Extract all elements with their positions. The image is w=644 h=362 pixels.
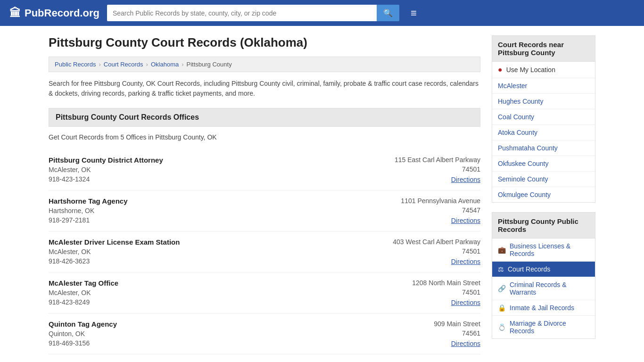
- office-street: 1101 Pennsylvania Avenue: [377, 197, 480, 205]
- nearby-county-item[interactable]: Coal County: [492, 109, 595, 125]
- public-records-title: Pittsburg County Public Records: [492, 212, 595, 239]
- office-card: McAlester Driver License Exam Station Mc…: [49, 231, 480, 272]
- office-info: McAlester Driver License Exam Station Mc…: [49, 238, 367, 265]
- office-info: McAlester Tag Office McAlester, OK 918-4…: [49, 279, 367, 306]
- office-city: Hartshorne, OK: [49, 207, 367, 214]
- office-card: Hartshorne Tag Agency Hartshorne, OK 918…: [49, 190, 480, 231]
- nearby-county-item[interactable]: Okfuskee County: [492, 156, 595, 172]
- records-list-item[interactable]: ⚖ Court Records: [492, 262, 595, 277]
- office-info: Pittsburg County District Attorney McAle…: [49, 156, 367, 183]
- nearby-county-link[interactable]: Pushmataha County: [498, 144, 558, 152]
- office-phone: 918-469-3156: [49, 339, 367, 347]
- page-content: Pittsburg County Court Records (Oklahoma…: [39, 26, 605, 362]
- nearby-county-item[interactable]: Okmulgee County: [492, 187, 595, 202]
- record-icon: 💍: [498, 323, 506, 331]
- nearby-county-item[interactable]: Seminole County: [492, 172, 595, 187]
- office-street: 909 Main Street: [377, 320, 480, 328]
- breadcrumb-sep-1: ›: [99, 61, 100, 68]
- office-directions[interactable]: Directions: [451, 258, 480, 265]
- menu-button[interactable]: ≡: [411, 7, 417, 19]
- office-name: Pittsburg County District Attorney: [49, 156, 367, 164]
- nearby-county-item[interactable]: Hughes County: [492, 94, 595, 109]
- page-description: Search for free Pittsburg County, OK Cou…: [49, 79, 480, 99]
- office-street: 1208 North Main Street: [377, 279, 480, 287]
- record-icon: 🔒: [498, 304, 506, 312]
- office-phone: 918-423-8249: [49, 298, 367, 306]
- breadcrumb-oklahoma[interactable]: Oklahoma: [151, 61, 179, 68]
- public-records-section: Pittsburg County Public Records 💼 Busine…: [492, 212, 595, 339]
- office-name: Hartshorne Tag Agency: [49, 197, 367, 205]
- use-location-item[interactable]: ● Use My Location: [492, 62, 595, 78]
- record-link[interactable]: Criminal Records & Warrants: [510, 281, 589, 296]
- record-icon: 💼: [498, 246, 506, 254]
- nearby-county-item[interactable]: Atoka County: [492, 125, 595, 140]
- nearby-title: Court Records near Pittsburg County: [492, 35, 595, 62]
- nearby-county-link[interactable]: Hughes County: [498, 98, 544, 105]
- site-logo[interactable]: 🏛 PubRecord.org: [9, 7, 99, 20]
- logo-icon: 🏛: [9, 7, 21, 20]
- public-records-list: 💼 Business Licenses & Records ⚖ Court Re…: [492, 239, 595, 339]
- office-directions[interactable]: Directions: [451, 176, 480, 183]
- office-zip: 74501: [377, 165, 480, 173]
- nearby-county-link[interactable]: Coal County: [498, 113, 534, 121]
- nearby-county-link[interactable]: Okfuskee County: [498, 160, 548, 167]
- office-city: McAlester, OK: [49, 248, 367, 255]
- records-list-item[interactable]: 💼 Business Licenses & Records: [492, 239, 595, 262]
- section-header: Pittsburg County Court Records Offices: [49, 108, 480, 127]
- office-address: 115 East Carl Albert Parkway 74501 Direc…: [377, 156, 480, 183]
- search-input[interactable]: [107, 5, 377, 21]
- record-link[interactable]: Business Licenses & Records: [510, 242, 589, 257]
- office-directions[interactable]: Directions: [451, 217, 480, 224]
- main-content: Pittsburg County Court Records (Oklahoma…: [49, 35, 480, 354]
- office-zip: 74547: [377, 206, 480, 214]
- record-icon: 🔗: [498, 285, 506, 292]
- record-link[interactable]: Inmate & Jail Records: [510, 304, 574, 312]
- nearby-county-item[interactable]: McAlester: [492, 78, 595, 94]
- records-list-item[interactable]: 🔒 Inmate & Jail Records: [492, 300, 595, 316]
- office-address: 1101 Pennsylvania Avenue 74547 Direction…: [377, 197, 480, 224]
- nearby-section: Court Records near Pittsburg County ● Us…: [492, 35, 595, 203]
- site-header: 🏛 PubRecord.org 🔍 ≡: [0, 0, 644, 26]
- office-directions[interactable]: Directions: [451, 340, 480, 347]
- nearby-county-link[interactable]: Atoka County: [498, 129, 537, 136]
- search-button[interactable]: 🔍: [377, 5, 399, 21]
- record-link[interactable]: Marriage & Divorce Records: [510, 320, 589, 335]
- records-list-item[interactable]: 💍 Marriage & Divorce Records: [492, 316, 595, 338]
- office-street: 403 West Carl Albert Parkway: [377, 238, 480, 246]
- office-zip: 74501: [377, 288, 480, 296]
- nearby-county-link[interactable]: Seminole County: [498, 175, 548, 183]
- office-address: 909 Main Street 74561 Directions: [377, 320, 480, 347]
- offices-list: Pittsburg County District Attorney McAle…: [49, 149, 480, 354]
- nearby-list: ● Use My Location McAlesterHughes County…: [492, 62, 595, 203]
- office-directions[interactable]: Directions: [451, 299, 480, 306]
- location-icon: ●: [498, 66, 503, 74]
- breadcrumb-public-records[interactable]: Public Records: [55, 61, 96, 68]
- page-title: Pittsburg County Court Records (Oklahoma…: [49, 35, 480, 50]
- office-count: Get Court Records from 5 Offices in Pitt…: [49, 133, 480, 141]
- breadcrumb-court-records[interactable]: Court Records: [104, 61, 143, 68]
- sidebar: Court Records near Pittsburg County ● Us…: [492, 35, 595, 354]
- nearby-county-item[interactable]: Pushmataha County: [492, 140, 595, 156]
- office-name: McAlester Tag Office: [49, 279, 367, 287]
- nearby-county-link[interactable]: Okmulgee County: [498, 191, 551, 198]
- office-name: McAlester Driver License Exam Station: [49, 238, 367, 246]
- office-phone: 918-423-1324: [49, 175, 367, 183]
- office-city: Quinton, OK: [49, 330, 367, 337]
- office-address: 403 West Carl Albert Parkway 74501 Direc…: [377, 238, 480, 265]
- breadcrumb-current: Pittsburg County: [187, 61, 232, 68]
- office-phone: 918-297-2181: [49, 216, 367, 224]
- office-zip: 74561: [377, 329, 480, 337]
- use-location-label: Use My Location: [506, 66, 555, 74]
- office-phone: 918-426-3623: [49, 257, 367, 265]
- office-city: McAlester, OK: [49, 289, 367, 296]
- office-info: Hartshorne Tag Agency Hartshorne, OK 918…: [49, 197, 367, 224]
- breadcrumb-sep-3: ›: [182, 61, 183, 68]
- breadcrumb-sep-2: ›: [146, 61, 148, 68]
- records-list-item[interactable]: 🔗 Criminal Records & Warrants: [492, 277, 595, 300]
- record-icon: ⚖: [498, 265, 504, 273]
- record-link[interactable]: Court Records: [508, 265, 550, 273]
- office-city: McAlester, OK: [49, 166, 367, 173]
- search-icon: 🔍: [383, 9, 393, 17]
- nearby-county-link[interactable]: McAlester: [498, 82, 527, 90]
- office-card: Pittsburg County District Attorney McAle…: [49, 149, 480, 190]
